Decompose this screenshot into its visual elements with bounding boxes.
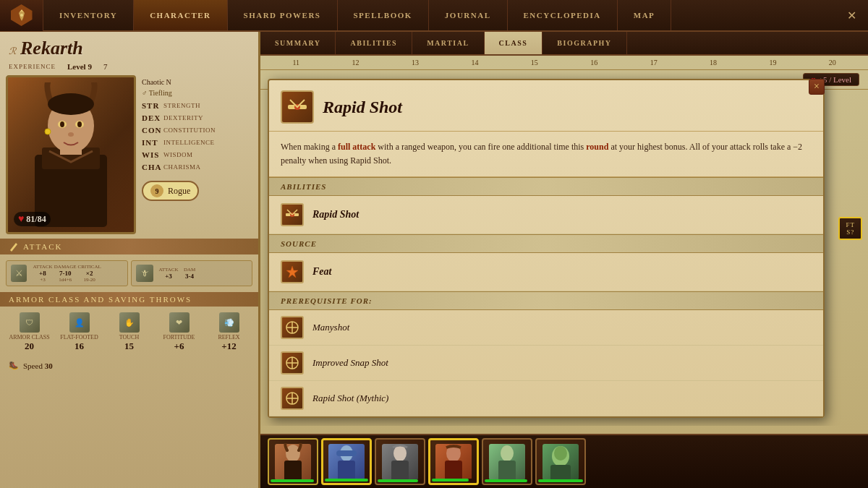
- prereq-manyshot-name: Manyshot: [312, 322, 349, 333]
- popup-ability-icon: [281, 90, 314, 124]
- popup-title-area: Rapid Shot: [269, 80, 823, 132]
- svg-point-9: [68, 132, 74, 137]
- stat-wis: WIS WISDOM: [142, 150, 252, 159]
- svg-rect-31: [391, 461, 409, 481]
- abilities-section-header: Abilities: [269, 177, 823, 196]
- party-member-3[interactable]: [375, 438, 425, 485]
- popup-title: Rapid Shot: [323, 98, 402, 117]
- armor-section-header: Armor Class and Saving Throws: [0, 292, 258, 307]
- attack-section-header: Attack: [0, 239, 258, 254]
- prereq-section: Prerequisite for: Manyshot: [269, 291, 823, 416]
- character-name: Rekarth: [20, 38, 83, 59]
- svg-point-30: [393, 445, 407, 461]
- tab-biography[interactable]: Biography: [542, 32, 626, 54]
- touch: ✋ Touch 15: [106, 311, 153, 354]
- weapon-icon-2: 🗡: [136, 265, 153, 282]
- highlight-full-attack: full attack: [338, 142, 375, 152]
- party-bar: [260, 434, 868, 488]
- armor-class-icon: 🛡: [20, 312, 40, 333]
- tab-martial[interactable]: Martial: [412, 32, 484, 54]
- source-feat-icon: [281, 260, 304, 283]
- decorative-r: ℛ: [9, 46, 16, 57]
- svg-point-25: [286, 445, 300, 462]
- character-portrait: ♥ 81/84: [6, 75, 136, 234]
- nav-character[interactable]: Character: [134, 0, 227, 30]
- prereq-manyshot[interactable]: Manyshot: [269, 310, 823, 346]
- armor-class: 🛡 Armor Class 20: [6, 311, 53, 354]
- stat-str: STR STRENGTH: [142, 101, 252, 110]
- tab-class[interactable]: Class: [485, 32, 543, 54]
- nav-map[interactable]: Map: [618, 0, 672, 30]
- close-button[interactable]: ✕: [835, 9, 868, 22]
- prereq-improved-snap-shot[interactable]: Improved Snap Shot: [269, 346, 823, 381]
- attack-stat-attack: Attack +8 +3: [33, 264, 53, 283]
- nav-inventory[interactable]: Inventory: [43, 0, 134, 30]
- attack2-stat-attack: Attack +3: [159, 267, 179, 280]
- party-member-1[interactable]: [268, 438, 318, 485]
- party-member-2[interactable]: [321, 438, 372, 485]
- weapon-1: ⚔ Attack +8 +3 Damage 7-10 1d4+6: [6, 260, 128, 286]
- svg-point-8: [77, 121, 82, 127]
- tab-summary[interactable]: Summary: [260, 32, 336, 54]
- exp-bar-partial: 7: [103, 62, 108, 71]
- svg-point-34: [501, 445, 514, 461]
- boot-icon: 🥾: [9, 361, 19, 370]
- source-section-header: Source: [269, 234, 823, 253]
- party-member-4[interactable]: [428, 438, 479, 485]
- abilities-section: Abilities Rapid Shot: [269, 177, 823, 234]
- legendary-badge-2: FT S?: [838, 217, 862, 240]
- class-level-badge: 9: [150, 184, 163, 197]
- source-section: Source Feat: [269, 234, 823, 291]
- logo-icon: [11, 4, 33, 26]
- prereq-section-header: Prerequisite for:: [269, 291, 823, 310]
- fortitude-icon: ❤: [169, 312, 190, 333]
- race: ♂ Tiefling: [142, 89, 252, 97]
- svg-point-37: [554, 446, 567, 461]
- popup-description: When making a full attack with a ranged …: [269, 132, 823, 177]
- reflex-icon: 💨: [219, 312, 239, 333]
- svg-point-10: [48, 93, 94, 115]
- svg-point-7: [60, 121, 64, 127]
- attack-stat-damage: Damage 7-10 1d4+6: [54, 264, 77, 283]
- stat-dex: DEX DEXTERITY: [142, 114, 252, 122]
- stat-con: CON CONSTITUTION: [142, 126, 252, 134]
- nav-journal[interactable]: Journal: [429, 0, 508, 30]
- party-member-6[interactable]: [535, 438, 586, 485]
- ability-popup: × Rapid Shot When making a full attack w: [268, 79, 825, 418]
- prereq-rapid-shot-mythic[interactable]: Rapid Shot (Mythic): [269, 381, 823, 416]
- attack-stat-critical: Critical ×2 19-20: [78, 264, 101, 283]
- svg-rect-35: [498, 461, 516, 481]
- nav-encyclopedia[interactable]: Encyclopedia: [508, 0, 618, 30]
- right-content-area: 11 12 13 14 15 16 17 18 19 20 ♥ +5 / Lev…: [260, 56, 868, 426]
- svg-rect-33: [445, 461, 462, 481]
- reflex: 💨 Reflex +12: [205, 311, 252, 354]
- popup-close-button[interactable]: ×: [809, 79, 825, 95]
- attack2-stat-damage: Dam 3-4: [180, 267, 200, 280]
- sub-tabs: Summary Abilities Martial Class Biograph…: [260, 32, 868, 56]
- prereq-rapid-shot-mythic-icon: [281, 387, 304, 410]
- prereq-manyshot-icon: [281, 316, 304, 339]
- hp-display: 81/84: [26, 214, 46, 225]
- nav-spellbook[interactable]: Spellbook: [338, 0, 429, 30]
- svg-rect-28: [336, 450, 357, 456]
- prereq-improved-snap-shot-name: Improved Snap Shot: [312, 357, 388, 369]
- ability-rapid-shot-icon: [281, 203, 304, 226]
- class-name: Rogue: [168, 186, 190, 197]
- ability-rapid-shot[interactable]: Rapid Shot: [269, 196, 823, 234]
- source-feat-row[interactable]: Feat: [269, 253, 823, 291]
- stat-cha: CHA CHARISMA: [142, 163, 252, 171]
- right-panel: Summary Abilities Martial Class Biograph…: [260, 32, 868, 488]
- flat-footed: 👤 Flat-footed 16: [56, 311, 103, 354]
- touch-icon: ✋: [119, 312, 140, 333]
- weapon-2: 🗡 Attack +3 Dam 3-4: [131, 260, 253, 286]
- armor-section: 🛡 Armor Class 20 👤 Flat-footed 16 ✋ Touc…: [0, 307, 258, 358]
- nav-shard-powers[interactable]: Shard Powers: [228, 0, 338, 30]
- fortitude: ❤ Fortitude +6: [156, 311, 203, 354]
- tab-abilities[interactable]: Abilities: [336, 32, 412, 54]
- attack-section: ⚔ Attack +8 +3 Damage 7-10 1d4+6: [0, 254, 258, 292]
- top-navigation: Inventory Character Shard Powers Spellbo…: [0, 0, 868, 32]
- speed-display: 🥾 Speed 30: [0, 358, 258, 373]
- prereq-rapid-shot-mythic-name: Rapid Shot (Mythic): [312, 393, 388, 404]
- character-panel: ℛ Rekarth Experience Level 9 7: [0, 32, 260, 488]
- party-member-5[interactable]: [482, 438, 532, 485]
